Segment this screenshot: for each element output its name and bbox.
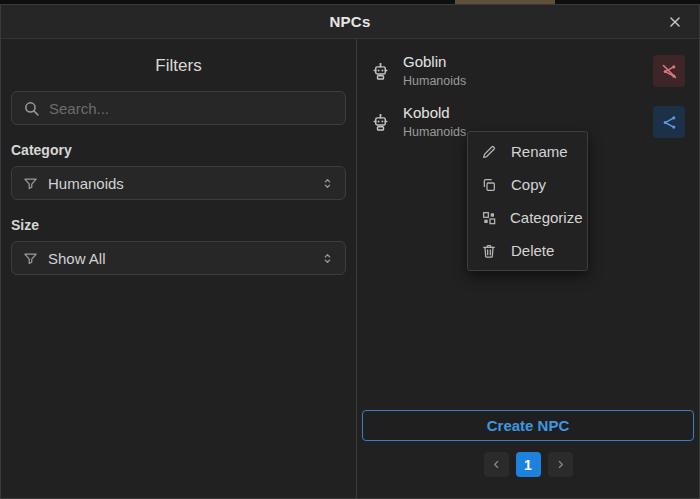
- size-label: Size: [11, 217, 346, 233]
- filter-funnel-icon: [23, 251, 38, 266]
- search-icon: [23, 100, 40, 117]
- npc-text: Goblin Humanoids: [403, 53, 653, 89]
- page-next-button[interactable]: [548, 452, 573, 477]
- menu-item-categorize[interactable]: Categorize: [468, 201, 587, 234]
- page-prev-button[interactable]: [484, 452, 509, 477]
- npc-name: Goblin: [403, 53, 653, 72]
- menu-item-rename[interactable]: Rename: [468, 135, 587, 168]
- unfold-more-icon: [321, 177, 334, 190]
- pencil-icon: [481, 144, 498, 160]
- share-off-button[interactable]: [653, 55, 685, 87]
- menu-item-label: Rename: [511, 143, 568, 160]
- npc-list-panel: Goblin Humanoids: [357, 39, 699, 498]
- create-npc-button[interactable]: Create NPC: [362, 410, 694, 441]
- npcs-dialog: NPCs Filters Category Humanoids: [0, 4, 700, 499]
- filter-funnel-icon: [23, 176, 38, 191]
- filters-title: Filters: [11, 56, 346, 76]
- create-npc-label: Create NPC: [487, 417, 570, 434]
- size-select[interactable]: Show All: [11, 241, 346, 275]
- chevron-right-icon: [555, 459, 566, 470]
- size-select-value: Show All: [48, 250, 311, 267]
- menu-item-delete[interactable]: Delete: [468, 234, 587, 267]
- robot-icon: [371, 62, 393, 81]
- copy-icon: [481, 177, 498, 193]
- grid-icon: [481, 210, 497, 226]
- menu-item-copy[interactable]: Copy: [468, 168, 587, 201]
- close-icon[interactable]: [665, 12, 685, 32]
- menu-item-label: Categorize: [510, 209, 583, 226]
- share-button[interactable]: [653, 106, 685, 138]
- category-label: Category: [11, 142, 346, 158]
- menu-item-label: Delete: [511, 242, 554, 259]
- npc-name: Kobold: [403, 104, 653, 123]
- menu-item-label: Copy: [511, 176, 546, 193]
- unfold-more-icon: [321, 252, 334, 265]
- filters-panel: Filters Category Humanoids Size: [1, 39, 357, 498]
- robot-icon: [371, 113, 393, 132]
- dialog-header: NPCs: [1, 5, 699, 39]
- category-select-value: Humanoids: [48, 175, 311, 192]
- chevron-left-icon: [491, 459, 502, 470]
- search-input[interactable]: [49, 100, 334, 117]
- pagination: 1: [357, 452, 699, 477]
- npc-row-goblin[interactable]: Goblin Humanoids: [371, 52, 685, 90]
- category-select[interactable]: Humanoids: [11, 166, 346, 200]
- dialog-title: NPCs: [329, 13, 370, 30]
- share-off-icon: [661, 63, 678, 80]
- context-menu: Rename Copy Categorize: [467, 131, 588, 271]
- trash-icon: [481, 243, 498, 259]
- dialog-content: Filters Category Humanoids Size: [1, 39, 699, 498]
- search-box: [11, 91, 346, 125]
- share-icon: [661, 114, 678, 131]
- page-current-button[interactable]: 1: [516, 452, 541, 477]
- npc-category: Humanoids: [403, 74, 653, 90]
